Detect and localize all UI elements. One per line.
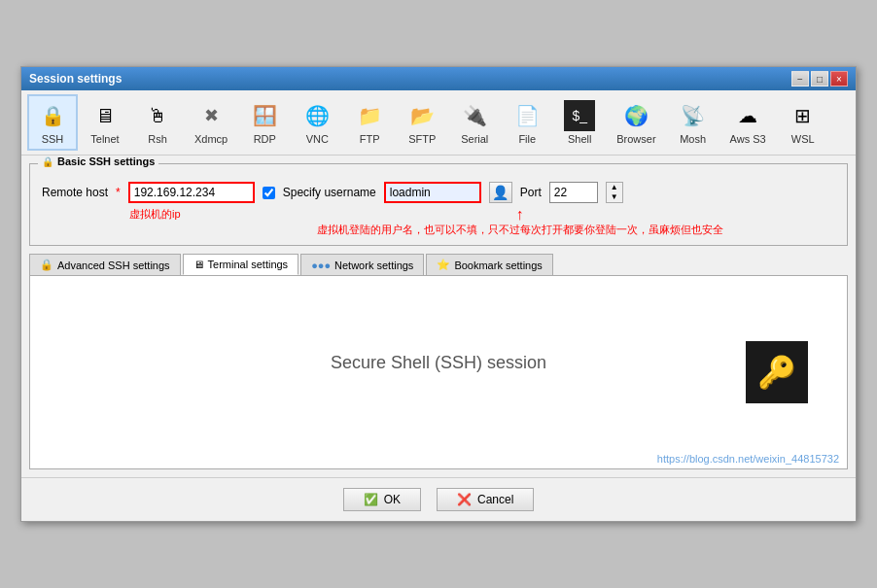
close-button[interactable]: ×	[830, 71, 848, 86]
window-title: Session settings	[29, 72, 122, 86]
watermark: https://blog.csdn.net/weixin_44815732	[657, 453, 839, 465]
rdp-icon: 🪟	[249, 100, 280, 131]
wsl-icon: ⊞	[788, 100, 819, 131]
toolbar-label-telnet: Telnet	[90, 133, 119, 145]
advanced-ssh-tab-icon: 🔒	[40, 259, 53, 271]
required-star: *	[116, 186, 121, 199]
key-icon: 🔑	[746, 341, 808, 403]
ssh-icon: 🔒	[37, 100, 68, 131]
form-row-host: Remote host * Specify username 👤 Port ▲ …	[42, 182, 835, 203]
bookmark-tab-icon: ⭐	[437, 259, 450, 271]
terminal-tab-icon: 🖥	[193, 259, 204, 270]
toolbar-item-aws-s3[interactable]: ☁ Aws S3	[720, 94, 776, 151]
toolbar-item-rsh[interactable]: 🖱 Rsh	[132, 94, 183, 151]
port-up-arrow[interactable]: ▲	[607, 183, 622, 192]
toolbar-label-wsl: WSL	[791, 133, 815, 145]
toolbar-label-shell: Shell	[568, 133, 591, 145]
toolbar-label-sftp: SFTP	[408, 133, 436, 145]
annotation-arrow: ↑	[516, 207, 524, 223]
rsh-icon: 🖱	[142, 100, 173, 131]
content-area: 🔒 Basic SSH settings Remote host * Speci…	[21, 156, 856, 477]
toolbar-item-telnet[interactable]: 🖥 Telnet	[80, 94, 130, 151]
advanced-ssh-tab-label: Advanced SSH settings	[57, 259, 170, 271]
port-spinner: ▲ ▼	[606, 182, 623, 203]
minimize-button[interactable]: −	[791, 71, 809, 86]
sftp-icon: 📂	[406, 100, 438, 131]
toolbar-item-sftp[interactable]: 📂 SFTP	[397, 94, 447, 151]
aws-s3-icon: ☁	[732, 100, 763, 131]
tab-bookmark[interactable]: ⭐ Bookmark settings	[426, 254, 552, 275]
maximize-button[interactable]: □	[811, 71, 828, 86]
toolbar-item-mosh[interactable]: 📡 Mosh	[668, 94, 719, 151]
group-box-title: 🔒 Basic SSH settings	[38, 156, 158, 167]
group-icon: 🔒	[42, 156, 53, 167]
annotations-row: 虚拟机的ip ↑ 虚拟机登陆的用户名，也可以不填，只不过每次打开都要你登陆一次，…	[42, 207, 835, 237]
shell-icon: $_	[564, 100, 595, 131]
toolbar-label-aws-s3: Aws S3	[730, 133, 766, 145]
port-input[interactable]	[549, 182, 598, 203]
bottom-bar: ✅ OK ❌ Cancel	[21, 477, 856, 521]
basic-ssh-group: 🔒 Basic SSH settings Remote host * Speci…	[29, 163, 848, 246]
tab-terminal[interactable]: 🖥 Terminal settings	[183, 254, 299, 275]
remote-host-label: Remote host	[42, 186, 108, 199]
ftp-icon: 📁	[354, 100, 385, 131]
port-down-arrow[interactable]: ▼	[607, 192, 622, 202]
specify-username-checkbox[interactable]	[263, 187, 275, 199]
network-tab-label: Network settings	[334, 259, 413, 271]
toolbar-label-mosh: Mosh	[680, 133, 706, 145]
title-bar: Session settings − □ ×	[21, 67, 856, 90]
toolbar-label-file: File	[518, 133, 536, 145]
toolbar-item-vnc[interactable]: 🌐 VNC	[292, 94, 342, 151]
mosh-icon: 📡	[678, 100, 709, 131]
toolbar-label-rdp: RDP	[254, 133, 276, 145]
toolbar-item-ssh[interactable]: 🔒 SSH	[27, 94, 78, 151]
toolbar-label-serial: Serial	[461, 133, 488, 145]
toolbar-item-file[interactable]: 📄 File	[502, 94, 552, 151]
toolbar-item-xdmcp[interactable]: ✖ Xdmcp	[185, 94, 237, 151]
file-icon: 📄	[511, 100, 543, 131]
toolbar-item-rdp[interactable]: 🪟 RDP	[239, 94, 290, 151]
vnc-icon: 🌐	[301, 100, 333, 131]
tabs-container: 🔒 Advanced SSH settings 🖥 Terminal setti…	[29, 254, 848, 469]
remote-host-input[interactable]	[128, 182, 255, 203]
specify-username-label: Specify username	[283, 186, 376, 199]
toolbar-item-wsl[interactable]: ⊞ WSL	[778, 94, 828, 151]
ok-button[interactable]: ✅ OK	[343, 488, 421, 511]
toolbar-item-shell[interactable]: $_ Shell	[554, 94, 605, 151]
tab-network[interactable]: ●●● Network settings	[300, 254, 424, 275]
toolbar-label-xdmcp: Xdmcp	[194, 133, 228, 145]
toolbar-label-rsh: Rsh	[148, 133, 167, 145]
ip-annotation: 虚拟机的ip	[129, 207, 181, 222]
cancel-button[interactable]: ❌ Cancel	[437, 488, 534, 511]
toolbar: 🔒 SSH 🖥 Telnet 🖱 Rsh ✖ Xdmcp 🪟 RDP 🌐 VNC…	[21, 90, 856, 156]
toolbar-label-ssh: SSH	[42, 133, 64, 145]
ok-icon: ✅	[364, 493, 378, 506]
username-annotation-block: ↑ 虚拟机登陆的用户名，也可以不填，只不过每次打开都要你登陆一次，虽麻烦但也安全	[317, 207, 723, 237]
toolbar-label-ftp: FTP	[360, 133, 380, 145]
serial-icon: 🔌	[459, 100, 490, 131]
tab-content-area: Secure Shell (SSH) session 🔑 https://blo…	[29, 275, 848, 469]
session-label: Secure Shell (SSH) session	[331, 353, 546, 373]
port-label: Port	[520, 186, 542, 199]
xdmcp-icon: ✖	[195, 100, 227, 131]
tabs: 🔒 Advanced SSH settings 🖥 Terminal setti…	[29, 254, 848, 275]
ok-label: OK	[384, 493, 401, 506]
username-annotation: 虚拟机登陆的用户名，也可以不填，只不过每次打开都要你登陆一次，虽麻烦但也安全	[317, 223, 723, 237]
telnet-icon: 🖥	[89, 100, 121, 131]
bookmark-tab-label: Bookmark settings	[454, 259, 542, 271]
tab-advanced-ssh[interactable]: 🔒 Advanced SSH settings	[29, 254, 181, 275]
cancel-label: Cancel	[477, 493, 513, 506]
browser-icon: 🌍	[620, 100, 651, 131]
main-window: Session settings − □ × 🔒 SSH 🖥 Telnet 🖱 …	[20, 66, 857, 522]
cancel-icon: ❌	[457, 493, 472, 506]
toolbar-label-browser: Browser	[616, 133, 655, 145]
username-input[interactable]	[384, 182, 481, 203]
toolbar-label-vnc: VNC	[306, 133, 329, 145]
toolbar-item-serial[interactable]: 🔌 Serial	[449, 94, 500, 151]
user-select-button[interactable]: 👤	[489, 182, 512, 203]
toolbar-item-browser[interactable]: 🌍 Browser	[607, 94, 665, 151]
terminal-tab-label: Terminal settings	[208, 259, 289, 270]
network-tab-icon: ●●●	[311, 259, 331, 271]
toolbar-item-ftp[interactable]: 📁 FTP	[344, 94, 395, 151]
title-bar-buttons: − □ ×	[791, 71, 848, 86]
